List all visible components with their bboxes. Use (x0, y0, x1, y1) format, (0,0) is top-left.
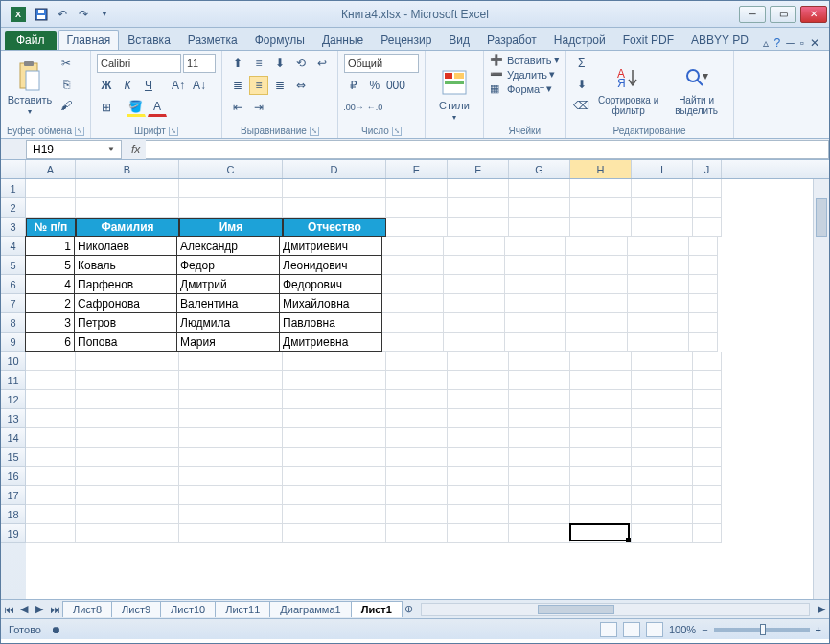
cell-A15[interactable] (26, 448, 76, 467)
cell-G3[interactable] (509, 218, 570, 237)
cell-D5[interactable]: Леонидович (279, 255, 382, 275)
cell-G13[interactable] (509, 409, 570, 428)
cell-C18[interactable] (179, 505, 283, 524)
cell-B14[interactable] (76, 428, 179, 448)
cell-C10[interactable] (179, 352, 283, 371)
cell-J13[interactable] (693, 409, 722, 428)
cell-H7[interactable] (566, 294, 628, 313)
doc-restore-icon[interactable]: ▫ (800, 36, 804, 50)
sheet-tab-Лист8[interactable]: Лист8 (62, 601, 112, 617)
view-normal-button[interactable] (600, 622, 617, 637)
doc-minimize-icon[interactable]: ─ (786, 36, 795, 50)
cell-D6[interactable]: Федорович (279, 274, 382, 294)
cell-I16[interactable] (632, 467, 693, 486)
cell-A10[interactable] (26, 352, 76, 371)
cell-G10[interactable] (509, 352, 570, 371)
horizontal-scrollbar[interactable] (421, 603, 810, 616)
cell-E8[interactable] (382, 313, 444, 333)
cell-C17[interactable] (179, 486, 283, 505)
cell-H4[interactable] (566, 237, 628, 256)
cell-I10[interactable] (632, 352, 693, 371)
cell-H18[interactable] (570, 505, 632, 524)
cell-G2[interactable] (509, 198, 570, 218)
cell-J18[interactable] (693, 505, 722, 524)
increase-decimal-button[interactable]: .00→ (344, 98, 363, 117)
tab-разработ[interactable]: Разработ (478, 30, 545, 50)
tab-разметка[interactable]: Разметка (179, 30, 246, 50)
clear-button[interactable]: ⌫ (572, 96, 591, 115)
sheet-tab-Лист9[interactable]: Лист9 (111, 601, 161, 617)
cell-E9[interactable] (382, 333, 444, 352)
format-painter-button[interactable]: 🖌 (57, 96, 76, 115)
cell-A6[interactable]: 4 (25, 274, 75, 294)
cell-I9[interactable] (628, 333, 689, 352)
sheet-nav-next[interactable]: ▶ (32, 602, 47, 617)
copy-button[interactable]: ⎘ (57, 75, 76, 94)
tab-надстрой[interactable]: Надстрой (545, 30, 614, 50)
cell-I11[interactable] (632, 371, 693, 390)
cell-H16[interactable] (570, 467, 632, 486)
cell-F12[interactable] (448, 390, 509, 409)
cell-H15[interactable] (570, 448, 632, 467)
cell-E17[interactable] (386, 486, 448, 505)
sheet-tab-Лист10[interactable]: Лист10 (160, 601, 216, 617)
file-tab[interactable]: Файл (5, 31, 57, 50)
cut-button[interactable]: ✂ (57, 54, 76, 73)
name-box[interactable]: H19▼ (26, 140, 122, 159)
tab-вид[interactable]: Вид (440, 30, 478, 50)
cell-F4[interactable] (444, 237, 505, 256)
cell-F8[interactable] (444, 313, 505, 333)
row-header-5[interactable]: 5 (1, 256, 26, 275)
align-left-button[interactable]: ≣ (228, 76, 247, 95)
row-header-6[interactable]: 6 (1, 275, 26, 294)
tab-вставка[interactable]: Вставка (119, 30, 179, 50)
cell-F9[interactable] (444, 333, 505, 352)
cell-E11[interactable] (386, 371, 448, 390)
column-header-E[interactable]: E (386, 160, 448, 178)
cell-B16[interactable] (76, 467, 179, 486)
underline-button[interactable]: Ч (139, 76, 158, 95)
row-header-10[interactable]: 10 (1, 352, 26, 371)
cell-J17[interactable] (693, 486, 722, 505)
cell-J4[interactable] (689, 237, 718, 256)
merge-button[interactable]: ⇔ (291, 76, 311, 95)
delete-cells-button[interactable]: ➖Удалить ▾ (490, 68, 560, 80)
cell-H9[interactable] (566, 333, 628, 352)
row-header-2[interactable]: 2 (1, 198, 26, 218)
cell-F13[interactable] (448, 409, 509, 428)
sort-filter-button[interactable]: АЯ Сортировка и фильтр (595, 54, 662, 124)
cell-A7[interactable]: 2 (25, 293, 75, 313)
qat-customize[interactable]: ▼ (95, 5, 114, 24)
cell-D4[interactable]: Дмитриевич (279, 236, 382, 256)
sheet-nav-first[interactable]: ⏮ (1, 602, 16, 617)
cell-F15[interactable] (448, 448, 509, 467)
cell-J3[interactable] (693, 218, 722, 237)
tab-foxit pdf[interactable]: Foxit PDF (614, 30, 682, 50)
maximize-button[interactable]: ▭ (770, 6, 796, 23)
cell-B6[interactable]: Парфенов (74, 274, 177, 294)
cell-J19[interactable] (693, 524, 722, 543)
cell-H2[interactable] (570, 198, 632, 218)
cell-G18[interactable] (509, 505, 570, 524)
row-header-17[interactable]: 17 (1, 486, 26, 505)
row-header-9[interactable]: 9 (1, 333, 26, 352)
cell-F19[interactable] (448, 524, 509, 543)
cell-F5[interactable] (444, 256, 505, 275)
cell-B9[interactable]: Попова (74, 332, 177, 352)
cell-G14[interactable] (509, 428, 570, 448)
cell-A14[interactable] (26, 428, 76, 448)
cell-A2[interactable] (26, 198, 76, 218)
sheet-tab-Диаграмма1[interactable]: Диаграмма1 (269, 601, 351, 617)
cell-A1[interactable] (26, 179, 76, 198)
cell-E4[interactable] (382, 237, 444, 256)
cell-H8[interactable] (566, 313, 628, 333)
cell-B11[interactable] (76, 371, 179, 390)
increase-indent-button[interactable]: ⇥ (249, 98, 268, 117)
cell-G8[interactable] (505, 313, 566, 333)
cell-C7[interactable]: Валентина (176, 293, 280, 313)
cell-A16[interactable] (26, 467, 76, 486)
wrap-text-button[interactable]: ↩ (312, 54, 332, 73)
cell-G17[interactable] (509, 486, 570, 505)
format-cells-button[interactable]: ▦Формат ▾ (490, 82, 560, 95)
cell-H6[interactable] (566, 275, 628, 294)
